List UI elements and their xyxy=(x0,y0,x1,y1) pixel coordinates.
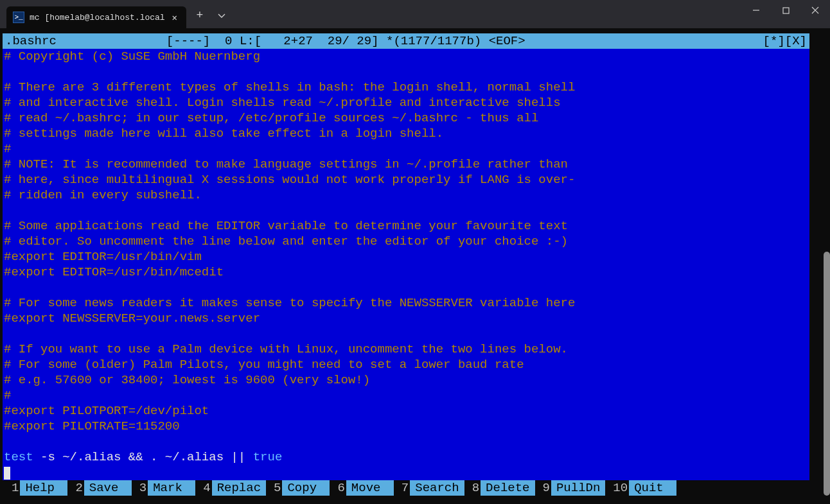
fkey-help[interactable]: 1Help xyxy=(3,480,67,496)
fkey-label: Copy xyxy=(282,480,330,496)
chevron-down-icon xyxy=(217,11,226,20)
fkey-search[interactable]: 7Search xyxy=(394,480,464,496)
editor-line: # For some (older) Palm Pilots, you migh… xyxy=(4,357,809,372)
editor-line: # editor. So uncomment the line below an… xyxy=(4,234,809,249)
status-lines: 29/ 29] xyxy=(328,33,379,49)
editor-line: # read ~/.bashrc; in our setup, /etc/pro… xyxy=(4,110,809,126)
editor-line: # ridden in every subshell. xyxy=(4,187,809,203)
editor-line: # If you want to use a Palm device with … xyxy=(4,342,809,357)
editor-line xyxy=(4,326,809,342)
fkey-number: 5 xyxy=(266,480,282,496)
editor-line: # There are 3 different types of shells … xyxy=(4,80,809,95)
powershell-icon: >_ xyxy=(13,12,24,23)
fkey-label: Move xyxy=(346,480,394,496)
fkey-label: Replac xyxy=(212,480,266,496)
editor-statusbar: .bashrc [----] 0 L:[ 2+27 29/ 29] *(1177… xyxy=(3,33,809,49)
editor-line: test -s ~/.alias && . ~/.alias || true xyxy=(4,449,809,465)
editor-line: # e.g. 57600 or 38400; lowest is 9600 (v… xyxy=(4,372,809,388)
fkey-label: Mark xyxy=(148,480,195,496)
editor-line: #export NEWSSERVER=your.news.server xyxy=(4,311,809,326)
tab-controls: + xyxy=(190,6,231,28)
tab-dropdown-button[interactable] xyxy=(212,6,231,24)
fkey-number: 4 xyxy=(195,480,211,496)
fkey-pulldn[interactable]: 9PullDn xyxy=(535,480,606,496)
fkey-mark[interactable]: 3Mark xyxy=(132,480,195,496)
editor-line: # xyxy=(4,388,809,403)
status-filename: .bashrc xyxy=(5,33,57,49)
fkey-label: Help xyxy=(20,480,67,496)
fkey-copy[interactable]: 5Copy xyxy=(266,480,330,496)
editor-line: #export PILOTPORT=/dev/pilot xyxy=(4,403,809,419)
status-flags-left: [----] xyxy=(166,33,210,49)
editor-line: #export PILOTRATE=115200 xyxy=(4,419,809,434)
function-key-bar: 1Help2Save3Mark4Replac5Copy6Move7Search8… xyxy=(3,480,809,496)
terminal-area[interactable]: .bashrc [----] 0 L:[ 2+27 29/ 29] *(1177… xyxy=(0,28,830,504)
mc-editor: .bashrc [----] 0 L:[ 2+27 29/ 29] *(1177… xyxy=(3,33,809,496)
fkey-replac[interactable]: 4Replac xyxy=(195,480,266,496)
scrollbar[interactable] xyxy=(824,33,830,504)
close-window-button[interactable] xyxy=(800,0,830,21)
titlebar: >_ mc [homelab@localhost.localdc ✕ + xyxy=(0,0,830,28)
fkey-move[interactable]: 6Move xyxy=(330,480,393,496)
editor-line: # NOTE: It is recommended to make langua… xyxy=(4,157,809,172)
keyword: test xyxy=(4,450,33,464)
text-cursor xyxy=(4,467,10,480)
fkey-label: Quit xyxy=(629,480,676,496)
editor-line: # For some news readers it makes sense t… xyxy=(4,295,809,311)
editor-line: # Some applications read the EDITOR vari… xyxy=(4,218,809,234)
minimize-icon xyxy=(752,6,760,14)
fkey-number: 9 xyxy=(535,480,551,496)
fkey-delete[interactable]: 8Delete xyxy=(464,480,535,496)
fkey-number: 8 xyxy=(464,480,481,496)
fkey-label: Search xyxy=(410,480,464,496)
editor-line: # and interactive shell. Login shells re… xyxy=(4,95,809,110)
tab-title: mc [homelab@localhost.localdc xyxy=(30,13,164,22)
editor-content[interactable]: # Copyright (c) SuSE GmbH Nuernberg # Th… xyxy=(3,49,809,480)
status-bytes: *(1177/1177b) xyxy=(386,33,481,49)
fkey-number: 1 xyxy=(3,480,20,496)
editor-line xyxy=(4,203,809,218)
new-tab-button[interactable]: + xyxy=(190,6,209,24)
status-flags-right: [*][X] xyxy=(763,33,807,49)
cursor-line xyxy=(4,465,809,480)
fkey-save[interactable]: 2Save xyxy=(67,480,131,496)
fkey-label: PullDn xyxy=(551,480,605,496)
status-lprefix: L:[ xyxy=(240,33,261,49)
maximize-icon xyxy=(782,7,790,14)
maximize-button[interactable] xyxy=(771,0,800,21)
fkey-quit[interactable]: 10Quit xyxy=(605,480,676,496)
fkey-number: 6 xyxy=(330,480,346,496)
editor-line xyxy=(4,280,809,295)
editor-line: #export EDITOR=/usr/bin/mcedit xyxy=(4,265,809,280)
minimize-button[interactable] xyxy=(741,0,771,21)
close-icon xyxy=(811,6,819,14)
fkey-number: 7 xyxy=(394,480,410,496)
editor-line xyxy=(4,434,809,449)
keyword: true xyxy=(253,450,283,464)
scrollbar-thumb[interactable] xyxy=(824,252,830,496)
close-tab-icon[interactable]: ✕ xyxy=(170,11,180,24)
status-linecol: 2+27 xyxy=(283,33,313,49)
svg-rect-1 xyxy=(783,8,789,13)
fkey-label: Delete xyxy=(481,480,534,496)
editor-line xyxy=(4,64,809,80)
editor-line: #export EDITOR=/usr/bin/vim xyxy=(4,249,809,265)
terminal-tab[interactable]: >_ mc [homelab@localhost.localdc ✕ xyxy=(6,6,186,28)
fkey-number: 2 xyxy=(67,480,84,496)
window-controls xyxy=(741,0,830,26)
fkey-number: 10 xyxy=(605,480,629,496)
fkey-label: Save xyxy=(84,480,132,496)
status-col: 0 xyxy=(225,33,232,49)
fkey-number: 3 xyxy=(132,480,148,496)
editor-line: # xyxy=(4,141,809,157)
app-window: >_ mc [homelab@localhost.localdc ✕ + xyxy=(0,0,830,504)
editor-line: # settings made here will also take effe… xyxy=(4,126,809,141)
status-eof: <EOF> xyxy=(489,33,525,49)
editor-line: # here, since multilingual X sessions wo… xyxy=(4,172,809,187)
editor-line: # Copyright (c) SuSE GmbH Nuernberg xyxy=(4,49,809,64)
